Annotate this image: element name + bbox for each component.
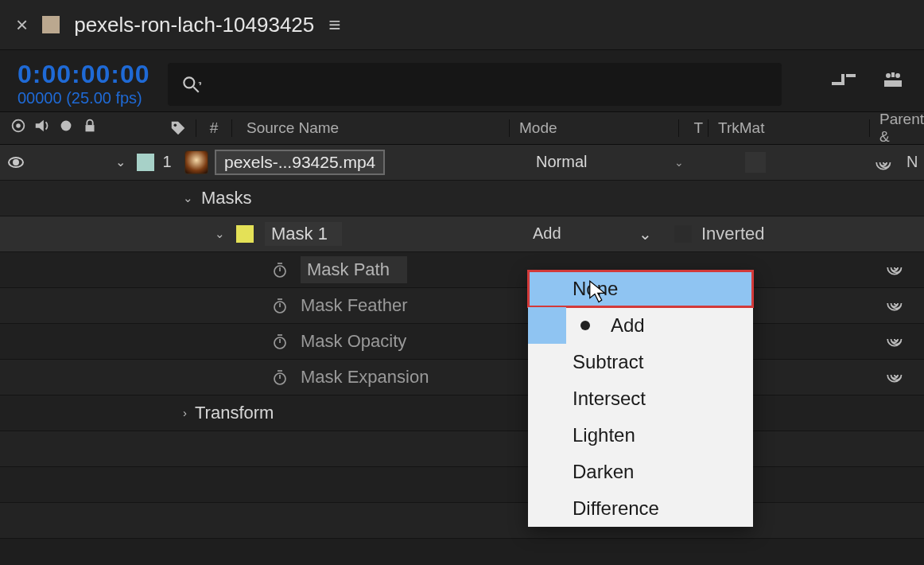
mask-opacity-label: Mask Opacity <box>301 331 406 352</box>
source-name-header[interactable]: Source Name <box>232 119 510 137</box>
transform-group-row[interactable]: › Transform <box>0 396 924 431</box>
mask1-color[interactable] <box>236 225 254 243</box>
comp-color-chip <box>42 16 60 33</box>
layer-twirl[interactable]: ⌄ <box>110 154 130 170</box>
svg-rect-3 <box>846 74 856 77</box>
mask1-twirl[interactable]: ⌄ <box>215 227 225 241</box>
empty-row <box>0 503 924 539</box>
layer-index: 1 <box>154 153 180 171</box>
transform-label: Transform <box>195 403 274 423</box>
shy-toggle-icon[interactable] <box>830 68 857 95</box>
lock-column-icon[interactable] <box>81 117 99 138</box>
svg-point-0 <box>184 77 194 88</box>
video-column-icon[interactable] <box>10 117 27 138</box>
parent-column-header[interactable]: Parent & <box>870 111 924 146</box>
layer-thumbnail <box>184 150 208 174</box>
label-column-icon[interactable] <box>161 119 196 137</box>
svg-rect-4 <box>841 74 844 85</box>
search-icon <box>181 74 201 95</box>
layer-color-label[interactable] <box>137 154 154 171</box>
mask-path-row[interactable]: Mask Path <box>0 252 924 288</box>
masks-twirl[interactable]: ⌄ <box>183 191 193 205</box>
composition-title[interactable]: pexels-ron-lach-10493425 <box>74 13 314 37</box>
mask-mode-option-difference[interactable]: Difference <box>528 490 753 527</box>
video-visibility-toggle[interactable] <box>0 153 32 172</box>
mask-mode-option-darken[interactable]: Darken <box>528 454 753 490</box>
trkmat-column-header[interactable]: TrkMat <box>709 119 870 137</box>
timeline-panel: × pexels-ron-lach-10493425 ≡ 0:00:00:00 … <box>0 0 924 565</box>
mask-opacity-row[interactable]: Mask Opacity <box>0 324 924 360</box>
parent-value[interactable]: N <box>907 153 918 171</box>
layer-row[interactable]: ⌄ 1 pexels-...93425.mp4 Normal⌄ N <box>0 145 924 181</box>
mask-mode-option-add[interactable]: Add <box>566 307 753 344</box>
search-field[interactable] <box>168 63 782 106</box>
mask-expansion-row[interactable]: Mask Expansion <box>0 360 924 396</box>
stopwatch-icon[interactable] <box>270 296 289 315</box>
close-tab-button[interactable]: × <box>16 13 28 37</box>
svg-rect-8 <box>891 72 895 77</box>
transform-twirl[interactable]: › <box>183 406 187 419</box>
mask-path-label: Mask Path <box>301 256 407 283</box>
mask-mode-option-subtract[interactable]: Subtract <box>528 344 753 380</box>
panel-menu-button[interactable]: ≡ <box>328 13 340 37</box>
mask1-row[interactable]: ⌄ Mask 1 Add⌄ Inverted <box>0 216 924 252</box>
svg-point-6 <box>886 73 891 78</box>
masks-group-label: Masks <box>201 188 252 208</box>
expression-pickwhip-icon[interactable] <box>886 335 907 353</box>
svg-line-1 <box>193 87 199 92</box>
svg-rect-13 <box>86 125 95 131</box>
empty-row <box>0 431 924 467</box>
preserve-transparency-header[interactable]: T <box>679 119 709 137</box>
mask-mode-option-intersect[interactable]: Intersect <box>528 380 753 417</box>
column-headers: # Source Name Mode T TrkMat Parent & <box>0 111 924 145</box>
mask-mode-dropdown[interactable]: Add⌄ <box>533 224 663 244</box>
trkmat-swatch[interactable] <box>745 152 766 173</box>
svg-point-14 <box>174 123 177 127</box>
svg-rect-2 <box>832 82 841 85</box>
solo-column-icon[interactable] <box>57 117 75 138</box>
stopwatch-icon[interactable] <box>270 332 289 351</box>
mask-mode-option-lighten[interactable]: Lighten <box>528 417 753 454</box>
empty-row <box>0 467 924 503</box>
parent-pickwhip-icon[interactable] <box>875 152 895 173</box>
svg-marker-11 <box>36 120 44 132</box>
frame-fps-readout: 00000 (25.00 fps) <box>17 90 150 107</box>
current-mode-dot-icon <box>580 321 590 330</box>
mask-mode-menu[interactable]: None Add Subtract Intersect Lighten Dark… <box>528 271 753 527</box>
svg-point-7 <box>895 73 900 78</box>
index-column-header[interactable]: # <box>196 119 232 137</box>
svg-point-10 <box>16 123 21 128</box>
mask-expansion-label: Mask Expansion <box>301 367 429 388</box>
mask-feather-row[interactable]: Mask Feather <box>0 288 924 324</box>
inverted-label: Inverted <box>701 224 765 244</box>
panel-titlebar: × pexels-ron-lach-10493425 ≡ <box>0 0 924 50</box>
expression-pickwhip-icon[interactable] <box>886 299 907 317</box>
mask-mode-option-none[interactable]: None <box>528 271 753 307</box>
mask-feather-label: Mask Feather <box>301 295 408 316</box>
svg-point-16 <box>14 160 18 165</box>
current-timecode[interactable]: 0:00:00:00 <box>17 61 150 88</box>
audio-column-icon[interactable] <box>33 117 51 138</box>
time-search-row: 0:00:00:00 00000 (25.00 fps) <box>0 50 924 111</box>
inverted-checkbox[interactable] <box>674 225 692 243</box>
expression-pickwhip-icon[interactable] <box>886 371 907 388</box>
layer-blend-mode-dropdown[interactable]: Normal⌄ <box>525 153 695 171</box>
stopwatch-icon[interactable] <box>270 260 289 279</box>
layer-name[interactable]: pexels-...93425.mp4 <box>215 150 385 175</box>
render-graph-icon[interactable] <box>879 68 907 95</box>
mask1-name[interactable]: Mask 1 <box>265 222 342 246</box>
svg-point-12 <box>61 121 72 131</box>
mode-column-header[interactable]: Mode <box>510 119 679 137</box>
masks-group-row[interactable]: ⌄ Masks <box>0 181 924 216</box>
stopwatch-icon[interactable] <box>270 368 289 387</box>
expression-pickwhip-icon[interactable] <box>886 263 907 281</box>
svg-rect-5 <box>884 80 902 87</box>
